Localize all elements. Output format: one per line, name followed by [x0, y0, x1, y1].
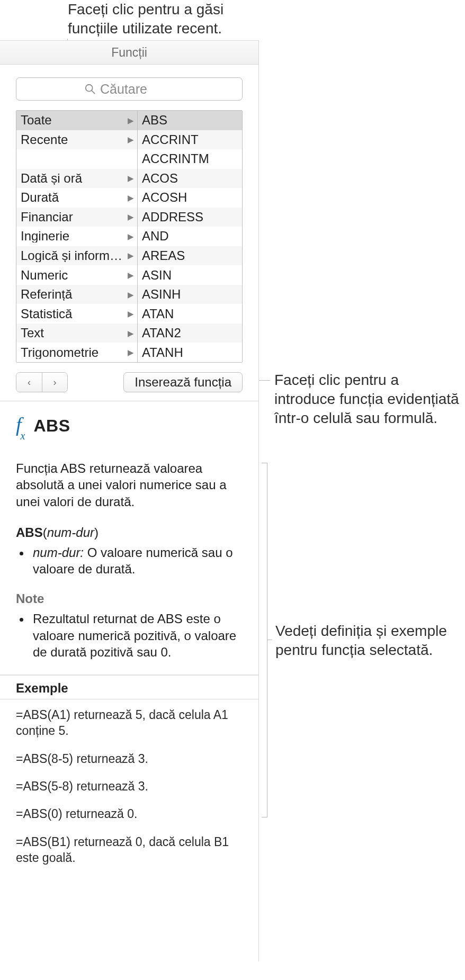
function-label: ABS: [142, 114, 239, 127]
chevron-right-icon: ▶: [128, 271, 134, 279]
category-row[interactable]: Toate▶: [16, 111, 137, 130]
panel-title-bar: Funcții: [0, 40, 258, 65]
function-detail: fx ABS Funcția ABS returnează valoarea a…: [0, 401, 258, 866]
function-row[interactable]: ASIN: [138, 265, 242, 285]
function-row[interactable]: ATAN2: [138, 323, 242, 343]
category-row[interactable]: Inginerie▶: [16, 227, 137, 246]
chevron-right-icon: ▶: [128, 251, 134, 259]
callout-insert-text: Faceți clic pentru a introduce funcția e…: [274, 372, 459, 426]
svg-line-1: [92, 91, 95, 94]
nav-segmented: ‹ ›: [16, 372, 68, 392]
category-row[interactable]: Text▶: [16, 323, 137, 343]
category-label: Toate: [21, 114, 126, 127]
chevron-right-icon: ▶: [128, 310, 134, 318]
category-row[interactable]: [16, 149, 137, 169]
callout-insert: Faceți clic pentru a introduce funcția e…: [274, 371, 460, 427]
function-label: ADDRESS: [142, 211, 239, 223]
detail-description: Funcția ABS returnează valoarea absolută…: [16, 460, 243, 510]
chevron-right-icon: ›: [53, 377, 57, 388]
function-label: ASIN: [142, 269, 239, 282]
function-label: AND: [142, 230, 239, 242]
function-row[interactable]: ASINH: [138, 285, 242, 304]
search-field[interactable]: [16, 77, 243, 101]
category-row[interactable]: Recente▶: [16, 130, 137, 150]
search-input[interactable]: [99, 81, 269, 97]
examples-list: =ABS(A1) returnează 5, dacă celula A1 co…: [16, 707, 243, 866]
function-row[interactable]: AND: [138, 227, 242, 246]
category-row[interactable]: Trigonometrie▶: [16, 343, 137, 362]
chevron-right-icon: ▶: [128, 116, 134, 124]
function-label: ACCRINT: [142, 133, 239, 146]
chevron-right-icon: ▶: [128, 174, 134, 182]
function-label: AREAS: [142, 249, 239, 262]
example-item: =ABS(5-8) returnează 3.: [16, 778, 243, 794]
category-label: Numeric: [21, 269, 126, 282]
category-label: Financiar: [21, 211, 126, 223]
nav-forward-button[interactable]: ›: [42, 373, 67, 392]
function-label: ATAN: [142, 308, 239, 320]
function-label: ACOS: [142, 172, 239, 185]
nav-back-button[interactable]: ‹: [16, 373, 42, 392]
insert-function-button[interactable]: Inserează funcția: [123, 372, 243, 392]
callout-help-leader: [267, 640, 272, 640]
category-row[interactable]: Financiar▶: [16, 208, 137, 227]
category-label: Dată și oră: [21, 172, 126, 185]
function-label: ASINH: [142, 288, 239, 301]
browser-lists: Toate▶Recente▶Dată și oră▶Durată▶Financi…: [16, 110, 243, 363]
chevron-right-icon: ▶: [128, 232, 134, 240]
category-row[interactable]: Dată și oră▶: [16, 169, 137, 188]
category-row[interactable]: Statistică▶: [16, 304, 137, 323]
category-label: Inginerie: [21, 230, 126, 242]
arg-item: num-dur: O valoare numerică sau o valoar…: [31, 544, 243, 578]
function-label: ACOSH: [142, 191, 239, 204]
signature-args: num-dur: [47, 525, 94, 540]
help-bracket: [262, 463, 267, 817]
chevron-right-icon: ▶: [128, 348, 134, 356]
fx-icon: fx: [16, 413, 26, 439]
category-label: Logică și informații: [21, 249, 126, 262]
function-label: ATANH: [142, 346, 239, 359]
category-row[interactable]: Logică și informații▶: [16, 246, 137, 266]
function-row[interactable]: ACCRINTM: [138, 149, 242, 169]
function-row[interactable]: ATANH: [138, 343, 242, 362]
category-row[interactable]: Numeric▶: [16, 265, 137, 285]
chevron-right-icon: ▶: [128, 136, 134, 143]
search-icon: [84, 83, 96, 95]
chevron-right-icon: ▶: [128, 194, 134, 202]
detail-function-name: ABS: [33, 416, 70, 436]
notes-heading: Note: [16, 591, 243, 606]
function-row[interactable]: ACCRINT: [138, 130, 242, 150]
note-item: Rezultatul returnat de ABS este o valoar…: [31, 610, 243, 661]
examples-heading: Exemple: [16, 681, 243, 696]
chevron-right-icon: ▶: [128, 329, 134, 337]
chevron-right-icon: ▶: [128, 291, 134, 299]
example-item: =ABS(B1) returnează 0, dacă celula B1 es…: [16, 834, 243, 866]
function-row[interactable]: ACOSH: [138, 188, 242, 208]
example-item: =ABS(0) returnează 0.: [16, 806, 243, 822]
category-row[interactable]: Referință▶: [16, 285, 137, 304]
callout-help: Vedeți definiția și exemple pentru funcț…: [275, 622, 461, 660]
chevron-left-icon: ‹: [28, 377, 31, 388]
category-label: Statistică: [21, 308, 126, 320]
callout-recent: Faceți clic pentru a găsi funcțiile util…: [68, 0, 269, 38]
example-item: =ABS(A1) returnează 5, dacă celula A1 co…: [16, 707, 243, 739]
function-list[interactable]: ABSACCRINTACCRINTMACOSACOSHADDRESSANDARE…: [138, 111, 242, 362]
category-row[interactable]: Durată▶: [16, 188, 137, 208]
function-label: ACCRINTM: [142, 152, 239, 165]
category-label: Referință: [21, 288, 126, 301]
category-list[interactable]: Toate▶Recente▶Dată și oră▶Durată▶Financi…: [16, 111, 138, 362]
chevron-right-icon: ▶: [128, 213, 134, 221]
functions-panel: Funcții Toate▶Recente▶Dată și oră▶Durată…: [0, 40, 259, 961]
arg-name: num-dur:: [33, 545, 84, 560]
callout-help-text: Vedeți definiția și exemple pentru funcț…: [275, 623, 447, 658]
function-row[interactable]: ATAN: [138, 304, 242, 323]
function-row[interactable]: ABS: [138, 111, 242, 130]
signature-name: ABS: [16, 525, 43, 540]
panel-title: Funcții: [111, 46, 147, 60]
function-row[interactable]: ACOS: [138, 169, 242, 188]
function-row[interactable]: AREAS: [138, 246, 242, 266]
category-label: Trigonometrie: [21, 346, 126, 359]
category-label: Recente: [21, 133, 126, 146]
function-row[interactable]: ADDRESS: [138, 208, 242, 227]
example-item: =ABS(8-5) returnează 3.: [16, 751, 243, 767]
